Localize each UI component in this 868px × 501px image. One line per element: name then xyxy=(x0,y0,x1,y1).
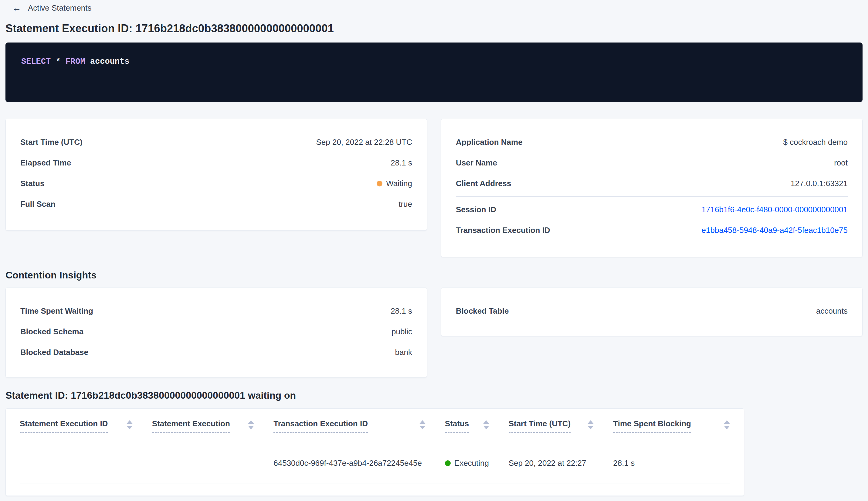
session-card-divider xyxy=(456,196,848,197)
transaction-execution-id-row: Transaction Execution ID e1bba458-5948-4… xyxy=(456,220,848,241)
transaction-execution-id-label: Transaction Execution ID xyxy=(456,226,550,235)
blocked-table-value: accounts xyxy=(816,306,848,316)
cell-status: Executing xyxy=(445,458,509,468)
status-value: Waiting xyxy=(377,179,412,188)
waiting-status-dot-icon xyxy=(377,181,382,186)
blocked-table-card: Blocked Table accounts xyxy=(441,288,862,336)
sort-icon[interactable] xyxy=(248,419,254,429)
cell-status-text: Executing xyxy=(454,458,489,468)
column-header-start-time: Start Time (UTC) xyxy=(509,419,614,433)
sql-statement-box: SELECT * FROM accounts xyxy=(6,43,862,102)
full-scan-label: Full Scan xyxy=(20,200,56,209)
sql-table-name: accounts xyxy=(85,57,130,66)
executing-status-dot-icon xyxy=(445,460,451,466)
client-address-row: Client Address 127.0.0.1:63321 xyxy=(456,173,848,194)
sql-statement-text: SELECT * FROM accounts xyxy=(21,56,847,67)
session-details-card: Application Name $ cockroach demo User N… xyxy=(441,119,862,257)
session-id-label: Session ID xyxy=(456,205,496,214)
sql-star: * xyxy=(51,57,66,66)
time-spent-waiting-label: Time Spent Waiting xyxy=(20,306,93,316)
sort-icon[interactable] xyxy=(483,419,489,429)
column-header-time-spent-blocking: Time Spent Blocking xyxy=(613,419,730,433)
blocked-schema-label: Blocked Schema xyxy=(20,327,84,337)
user-name-label: User Name xyxy=(456,158,497,168)
start-time-label: Start Time (UTC) xyxy=(20,138,83,147)
statement-execution-details-page: ← Active Statements Statement Execution … xyxy=(0,0,868,496)
application-name-row: Application Name $ cockroach demo xyxy=(456,132,848,152)
execution-details-card: Start Time (UTC) Sep 20, 2022 at 22:28 U… xyxy=(6,119,427,231)
start-time-row: Start Time (UTC) Sep 20, 2022 at 22:28 U… xyxy=(20,132,412,152)
time-spent-waiting-row: Time Spent Waiting 28.1 s xyxy=(20,301,412,321)
session-id-row: Session ID 1716b1f6-4e0c-f480-0000-00000… xyxy=(456,199,848,220)
blocked-table-label: Blocked Table xyxy=(456,306,509,316)
table-row: 64530d0c-969f-437e-a9b4-26a72245e45e Exe… xyxy=(20,443,730,483)
elapsed-time-value: 28.1 s xyxy=(391,158,412,168)
user-name-row: User Name root xyxy=(456,152,848,173)
page-title: Statement Execution ID: 1716b218dc0b3838… xyxy=(6,22,862,35)
sql-keyword-select: SELECT xyxy=(21,57,51,66)
sort-icon[interactable] xyxy=(420,419,425,429)
sql-keyword-from: FROM xyxy=(66,57,85,66)
time-spent-waiting-value: 28.1 s xyxy=(391,306,412,316)
column-header-statement-execution-label[interactable]: Statement Execution xyxy=(152,419,230,433)
contention-details-card: Time Spent Waiting 28.1 s Blocked Schema… xyxy=(6,288,427,377)
cell-transaction-execution-id: 64530d0c-969f-437e-a9b4-26a72245e45e xyxy=(273,458,445,468)
elapsed-time-label: Elapsed Time xyxy=(20,158,71,168)
waiting-on-heading: Statement ID: 1716b218dc0b38380000000000… xyxy=(6,390,862,401)
sort-icon[interactable] xyxy=(588,419,594,429)
table-header-row: Statement Execution ID Statement Executi… xyxy=(20,409,730,443)
blocked-schema-value: public xyxy=(391,327,412,337)
status-row: Status Waiting xyxy=(20,173,412,194)
elapsed-time-row: Elapsed Time 28.1 s xyxy=(20,152,412,173)
blocked-database-label: Blocked Database xyxy=(20,348,88,357)
blocked-database-value: bank xyxy=(395,348,412,357)
waiting-statements-table: Statement Execution ID Statement Executi… xyxy=(6,408,744,496)
status-label: Status xyxy=(20,179,44,188)
full-scan-value: true xyxy=(399,200,412,209)
back-link-active-statements[interactable]: ← Active Statements xyxy=(12,2,92,13)
column-header-status: Status xyxy=(445,419,509,433)
full-scan-row: Full Scan true xyxy=(20,194,412,214)
start-time-value: Sep 20, 2022 at 22:28 UTC xyxy=(316,138,412,147)
back-link-label: Active Statements xyxy=(28,3,92,13)
sort-icon[interactable] xyxy=(724,419,730,429)
column-header-transaction-execution-id: Transaction Execution ID xyxy=(273,419,445,433)
client-address-value: 127.0.0.1:63321 xyxy=(791,179,848,188)
column-header-time-spent-blocking-label[interactable]: Time Spent Blocking xyxy=(613,419,691,433)
column-header-status-label[interactable]: Status xyxy=(445,419,469,433)
back-arrow-icon: ← xyxy=(12,3,21,12)
blocked-schema-row: Blocked Schema public xyxy=(20,321,412,342)
column-header-statement-execution-id-label[interactable]: Statement Execution ID xyxy=(20,419,108,433)
user-name-value: root xyxy=(834,158,848,168)
cell-time-spent-blocking: 28.1 s xyxy=(613,458,730,468)
column-header-statement-execution-id: Statement Execution ID xyxy=(20,419,152,433)
sort-icon[interactable] xyxy=(127,419,133,429)
application-name-value: $ cockroach demo xyxy=(783,138,848,147)
blocked-table-row: Blocked Table accounts xyxy=(456,301,848,321)
column-header-start-time-label[interactable]: Start Time (UTC) xyxy=(509,419,571,433)
cell-start-time: Sep 20, 2022 at 22:27 xyxy=(509,458,614,468)
column-header-statement-execution: Statement Execution xyxy=(152,419,274,433)
transaction-execution-id-link[interactable]: e1bba458-5948-40a9-a42f-5feac1b10e75 xyxy=(702,226,848,235)
application-name-label: Application Name xyxy=(456,138,523,147)
blocked-database-row: Blocked Database bank xyxy=(20,342,412,363)
column-header-transaction-execution-id-label[interactable]: Transaction Execution ID xyxy=(273,419,368,433)
status-text: Waiting xyxy=(386,179,412,188)
client-address-label: Client Address xyxy=(456,179,511,188)
session-id-link[interactable]: 1716b1f6-4e0c-f480-0000-000000000001 xyxy=(702,205,848,214)
contention-insights-heading: Contention Insights xyxy=(6,269,862,281)
